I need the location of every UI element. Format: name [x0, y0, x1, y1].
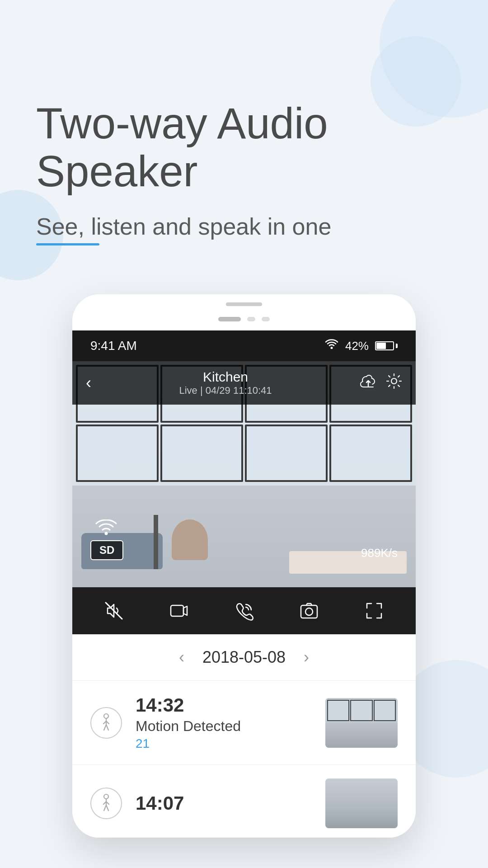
event-thumbnail-2[interactable]	[325, 778, 398, 828]
fullscreen-button[interactable]	[364, 601, 384, 621]
dot-active	[218, 317, 241, 321]
svg-rect-4	[171, 605, 183, 616]
thumb-windows	[325, 698, 398, 723]
camera-header: ‹ Kitchen Live | 04/29 11:10:41	[72, 361, 416, 405]
mute-button[interactable]	[104, 601, 124, 621]
page-title: Two-way Audio Speaker	[36, 99, 452, 195]
camera-status: Live | 04/29 11:10:41	[179, 385, 272, 396]
camera-name: Kitchen	[179, 369, 272, 385]
event-time-2: 14:07	[136, 793, 312, 814]
svg-point-7	[104, 714, 108, 718]
snapshot-button[interactable]	[299, 601, 319, 621]
wifi-icon	[324, 339, 339, 353]
camera-header-icons	[360, 373, 402, 393]
svg-rect-5	[301, 605, 317, 618]
thumb-wp	[374, 700, 396, 721]
window-pane	[329, 425, 412, 482]
live-label: Live	[179, 385, 197, 396]
text-section: Two-way Audio Speaker See, listen and sp…	[0, 0, 488, 240]
event-list: 14:32 Motion Detected 21	[72, 681, 416, 838]
event-time: 14:32	[136, 694, 312, 716]
svg-point-2	[105, 532, 108, 535]
wifi-signal-overlay	[95, 519, 117, 542]
dots-indicator	[72, 294, 416, 330]
settings-icon[interactable]	[386, 373, 402, 393]
date-next-button[interactable]: ›	[304, 648, 309, 667]
audio-call-button[interactable]	[234, 601, 254, 621]
window-pane	[76, 425, 159, 482]
status-bar-right: 42%	[324, 339, 398, 353]
svg-point-0	[330, 347, 333, 349]
drag-handle	[226, 302, 262, 306]
chair	[172, 519, 208, 560]
status-bar: 9:41 AM 42%	[72, 330, 416, 361]
date-prev-button[interactable]: ‹	[179, 648, 184, 667]
sd-badge: SD	[90, 540, 123, 560]
camera-feed-wrapper: ‹ Kitchen Live | 04/29 11:10:41	[72, 361, 416, 587]
battery-icon	[375, 341, 398, 350]
live-separator: |	[200, 385, 206, 396]
thumb-wp	[350, 700, 372, 721]
event-count: 21	[136, 736, 312, 751]
page-subtitle: See, listen and speak in one	[36, 213, 331, 240]
event-thumbnail[interactable]	[325, 698, 398, 748]
thumb-bg-2	[325, 778, 398, 828]
date-navigation: ‹ 2018-05-08 ›	[72, 634, 416, 681]
dot-inactive-2	[262, 317, 270, 321]
current-date: 2018-05-08	[202, 648, 286, 667]
back-icon[interactable]: ‹	[86, 373, 91, 392]
svg-point-1	[391, 378, 397, 384]
phone-mockup: 9:41 AM 42% ‹	[72, 294, 416, 838]
thumbnail-image	[325, 698, 398, 748]
event-item-2[interactable]: 14:07	[72, 765, 416, 838]
camera-title-group: Kitchen Live | 04/29 11:10:41	[179, 369, 272, 396]
cloud-upload-icon[interactable]	[360, 373, 377, 393]
record-button[interactable]	[169, 601, 189, 621]
lamp-stand	[154, 515, 158, 569]
motion-detection-icon-2	[90, 788, 122, 819]
event-info-2: 14:07	[136, 793, 312, 814]
thumbnail-image-2	[325, 778, 398, 828]
svg-point-6	[305, 608, 313, 615]
bitrate-overlay: 989K/s	[361, 546, 398, 560]
window-pane	[245, 425, 328, 482]
event-item[interactable]: 14:32 Motion Detected 21	[72, 681, 416, 765]
svg-point-8	[104, 794, 108, 799]
event-info: 14:32 Motion Detected 21	[136, 694, 312, 751]
status-time: 9:41 AM	[90, 339, 137, 353]
motion-detection-icon	[90, 707, 122, 739]
thumb-wp	[327, 700, 349, 721]
subtitle-underline	[36, 243, 99, 245]
window-pane	[160, 425, 243, 482]
battery-percentage: 42%	[345, 339, 369, 353]
dot-inactive-1	[247, 317, 255, 321]
camera-datetime: 04/29 11:10:41	[206, 385, 272, 396]
event-type: Motion Detected	[136, 718, 312, 735]
camera-controls	[72, 587, 416, 634]
